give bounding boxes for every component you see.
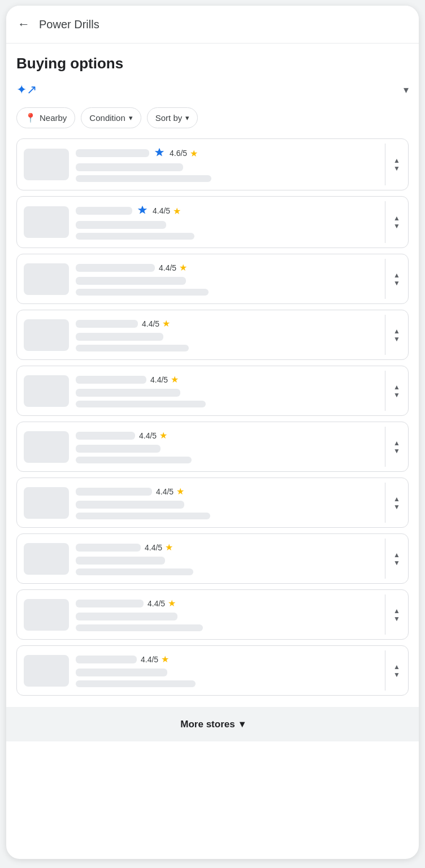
price-skeleton: [76, 221, 166, 229]
expand-up-chevron-icon: ▲: [393, 272, 400, 279]
rating-area: 4.4/5 ★: [139, 430, 167, 441]
expand-up-chevron-icon: ▲: [393, 157, 400, 164]
rating-area: 4.4/5 ★: [142, 318, 170, 329]
star-icon: ★: [176, 486, 184, 497]
star-icon: ★: [171, 374, 179, 385]
filter-row: 📍 Nearby Condition ▾ Sort by ▾: [16, 107, 409, 128]
expand-button[interactable]: ▲ ▼: [385, 366, 408, 415]
expand-button[interactable]: ▲ ▼: [385, 254, 408, 303]
store-info: 4.4/5 ★: [76, 262, 378, 296]
store-card: 4.4/5 ★ ▲ ▼: [16, 645, 409, 696]
more-stores-label: More stores: [180, 719, 235, 730]
expand-button[interactable]: ▲ ▼: [385, 590, 408, 639]
store-name-row: 4.4/5 ★: [76, 654, 378, 665]
expand-button[interactable]: ▲ ▼: [385, 139, 408, 190]
store-card-main: 4.4/5 ★: [17, 590, 385, 639]
store-card: 4.4/5 ★ ▲ ▼: [16, 533, 409, 584]
store-thumbnail: [24, 431, 69, 463]
star-icon: ★: [190, 148, 198, 159]
store-info: 4.4/5 ★: [76, 374, 378, 407]
rating-text: 4.4/5: [141, 655, 158, 664]
expand-down-chevron-icon: ▼: [393, 448, 400, 454]
store-card-main: 4.4/5 ★: [17, 310, 385, 359]
details-skeleton: [76, 289, 209, 296]
expand-down-chevron-icon: ▼: [393, 671, 400, 678]
location-pin-icon: 📍: [25, 112, 36, 123]
store-thumbnail: [24, 487, 69, 519]
price-skeleton: [76, 557, 165, 565]
more-stores-chevron-icon: ▾: [240, 718, 245, 730]
store-name-skeleton: [76, 656, 137, 663]
store-name-skeleton: [76, 207, 132, 215]
expand-button[interactable]: ▲ ▼: [385, 478, 408, 527]
store-thumbnail: [24, 599, 69, 631]
store-info: 4.4/5 ★: [76, 430, 378, 463]
expand-button[interactable]: ▲ ▼: [385, 646, 408, 695]
rating-text: 4.6/5: [170, 149, 187, 158]
expand-up-chevron-icon: ▲: [393, 607, 400, 614]
expand-up-chevron-icon: ▲: [393, 663, 400, 670]
nearby-filter-button[interactable]: 📍 Nearby: [16, 107, 75, 128]
store-name-row: 4.4/5 ★: [76, 262, 378, 273]
expand-button[interactable]: ▲ ▼: [385, 534, 408, 583]
expand-down-chevron-icon: ▼: [393, 280, 400, 287]
rating-area: 4.4/5 ★: [156, 486, 184, 497]
rating-area: 4.4/5 ★: [148, 598, 176, 609]
price-skeleton: [76, 445, 161, 453]
rating-text: 4.4/5: [145, 543, 162, 552]
price-skeleton: [76, 501, 184, 509]
sortby-filter-button[interactable]: Sort by ▾: [147, 107, 198, 128]
store-card: 4.4/5 ★ ▲ ▼: [16, 478, 409, 528]
store-name-row: 4.4/5 ★: [76, 486, 378, 497]
expand-button[interactable]: ▲ ▼: [385, 422, 408, 471]
store-info: 4.4/5 ★: [76, 486, 378, 519]
rating-text: 4.4/5: [153, 206, 170, 215]
store-thumbnail: [24, 263, 69, 295]
rating-text: 4.4/5: [148, 599, 165, 608]
phone-container: ← Power Drills Buying options ✦↗ ▾ 📍 Nea…: [6, 6, 419, 859]
details-skeleton: [76, 401, 206, 407]
store-name-row: 4.4/5 ★: [76, 430, 378, 441]
expand-down-chevron-icon: ▼: [393, 223, 400, 229]
store-info: 4.4/5 ★: [76, 598, 378, 631]
rating-text: 4.4/5: [159, 263, 176, 272]
store-card-main: 4.4/5 ★: [17, 366, 385, 415]
expand-down-chevron-icon: ▼: [393, 336, 400, 342]
rating-text: 4.4/5: [150, 375, 168, 384]
store-card-main: 4.4/5 ★: [17, 197, 385, 248]
condition-filter-button[interactable]: Condition ▾: [81, 107, 141, 128]
store-thumbnail: [24, 655, 69, 687]
rating-area: 4.4/5 ★: [145, 542, 173, 553]
details-skeleton: [76, 457, 192, 463]
store-info: 4.4/5 ★: [76, 542, 378, 575]
store-card: 4.6/5 ★ ▲ ▼: [16, 138, 409, 190]
store-name-row: 4.4/5 ★: [76, 542, 378, 553]
buying-options-heading: Buying options: [16, 55, 409, 72]
expand-up-chevron-icon: ▲: [393, 552, 400, 558]
details-skeleton: [76, 175, 211, 182]
rating-area: 4.4/5 ★: [153, 206, 181, 216]
back-button[interactable]: ←: [18, 15, 34, 34]
price-trend-chevron[interactable]: ▾: [404, 84, 409, 96]
rating-text: 4.4/5: [142, 319, 159, 328]
store-thumbnail: [24, 206, 69, 238]
price-trend-icon: ✦↗: [16, 83, 37, 97]
store-name-row: 4.4/5 ★: [76, 318, 378, 329]
sortby-label: Sort by: [155, 113, 183, 123]
star-icon: ★: [173, 206, 181, 216]
store-info: 4.6/5 ★: [76, 147, 378, 182]
expand-button[interactable]: ▲ ▼: [385, 197, 408, 248]
price-skeleton: [76, 389, 180, 397]
more-stores-button[interactable]: More stores ▾: [6, 707, 419, 741]
expand-up-chevron-icon: ▲: [393, 384, 400, 390]
store-name-skeleton: [76, 600, 144, 607]
expand-button[interactable]: ▲ ▼: [385, 310, 408, 359]
rating-text: 4.4/5: [139, 431, 157, 440]
price-skeleton: [76, 333, 163, 341]
store-thumbnail: [24, 543, 69, 575]
store-card: 4.4/5 ★ ▲ ▼: [16, 254, 409, 304]
store-name-row: 4.4/5 ★: [76, 598, 378, 609]
store-name-row: 4.4/5 ★: [76, 374, 378, 385]
price-skeleton: [76, 163, 183, 171]
store-card-main: 4.6/5 ★: [17, 139, 385, 190]
